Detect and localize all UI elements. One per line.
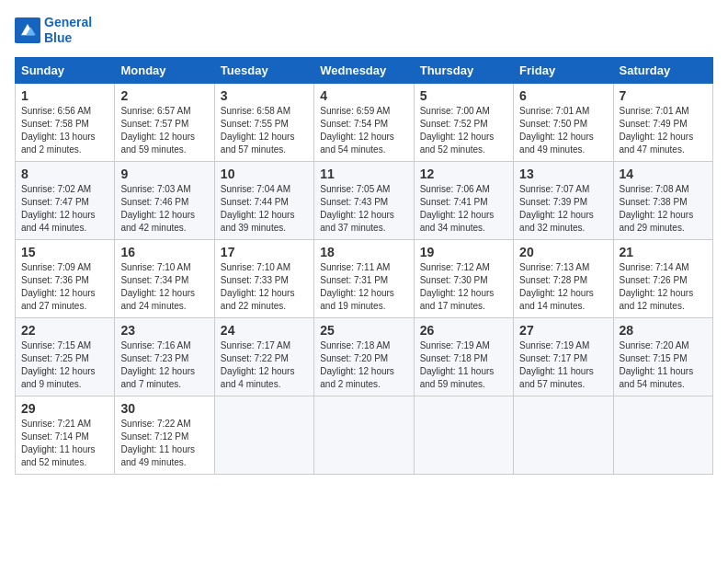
calendar-cell: 12 Sunrise: 7:06 AMSunset: 7:41 PMDaylig… [414,161,513,239]
day-info: Sunrise: 7:18 AMSunset: 7:20 PMDaylight:… [320,339,407,391]
calendar-cell: 13 Sunrise: 7:07 AMSunset: 7:39 PMDaylig… [514,161,613,239]
day-number: 22 [21,323,108,338]
calendar-cell: 1 Sunrise: 6:56 AMSunset: 7:58 PMDayligh… [16,83,115,161]
day-info: Sunrise: 7:12 AMSunset: 7:30 PMDaylight:… [420,261,507,313]
weekday-header: Monday [115,57,214,83]
day-number: 28 [620,323,707,338]
weekday-header: Thursday [414,57,513,83]
day-info: Sunrise: 6:57 AMSunset: 7:57 PMDaylight:… [120,105,208,156]
day-info: Sunrise: 7:22 AMSunset: 7:12 PMDaylight:… [120,418,208,469]
day-number: 29 [21,401,108,416]
day-info: Sunrise: 7:21 AMSunset: 7:14 PMDaylight:… [21,418,108,469]
day-info: Sunrise: 7:06 AMSunset: 7:41 PMDaylight:… [420,183,507,235]
day-info: Sunrise: 7:20 AMSunset: 7:15 PMDaylight:… [620,339,707,391]
day-number: 7 [620,88,707,103]
weekday-header: Saturday [613,57,712,83]
day-number: 14 [620,167,707,181]
day-info: Sunrise: 7:15 AMSunset: 7:25 PMDaylight:… [21,339,108,391]
logo-text: General Blue [44,15,92,46]
calendar-week-row: 1 Sunrise: 6:56 AMSunset: 7:58 PMDayligh… [16,83,713,161]
day-number: 24 [221,323,308,338]
day-info: Sunrise: 7:01 AMSunset: 7:50 PMDaylight:… [519,105,607,156]
day-info: Sunrise: 7:13 AMSunset: 7:28 PMDaylight:… [519,261,607,313]
calendar-cell: 23 Sunrise: 7:16 AMSunset: 7:23 PMDaylig… [115,317,214,396]
calendar-cell: 19 Sunrise: 7:12 AMSunset: 7:30 PMDaylig… [414,239,513,317]
calendar-cell: 16 Sunrise: 7:10 AMSunset: 7:34 PMDaylig… [115,239,214,317]
calendar-cell: 4 Sunrise: 6:59 AMSunset: 7:54 PMDayligh… [314,83,414,161]
day-info: Sunrise: 6:58 AMSunset: 7:55 PMDaylight:… [221,105,308,156]
calendar-table: SundayMondayTuesdayWednesdayThursdayFrid… [15,57,713,475]
logo: General Blue [15,15,92,46]
day-info: Sunrise: 7:03 AMSunset: 7:46 PMDaylight:… [120,183,208,235]
day-number: 13 [519,167,607,181]
day-info: Sunrise: 7:10 AMSunset: 7:33 PMDaylight:… [221,261,308,313]
calendar-cell: 15 Sunrise: 7:09 AMSunset: 7:36 PMDaylig… [16,239,115,317]
calendar-cell: 27 Sunrise: 7:19 AMSunset: 7:17 PMDaylig… [514,317,613,396]
day-number: 4 [320,88,407,103]
calendar-cell [613,396,712,474]
calendar-cell: 25 Sunrise: 7:18 AMSunset: 7:20 PMDaylig… [314,317,414,396]
calendar-cell: 28 Sunrise: 7:20 AMSunset: 7:15 PMDaylig… [613,317,712,396]
day-info: Sunrise: 7:09 AMSunset: 7:36 PMDaylight:… [21,261,108,313]
calendar-cell: 11 Sunrise: 7:05 AMSunset: 7:43 PMDaylig… [314,161,414,239]
calendar-week-row: 15 Sunrise: 7:09 AMSunset: 7:36 PMDaylig… [16,239,713,317]
day-info: Sunrise: 7:17 AMSunset: 7:22 PMDaylight:… [221,339,308,391]
day-info: Sunrise: 7:10 AMSunset: 7:34 PMDaylight:… [120,261,208,313]
calendar-cell: 30 Sunrise: 7:22 AMSunset: 7:12 PMDaylig… [115,396,214,474]
day-number: 6 [519,88,607,103]
day-number: 12 [420,167,507,181]
calendar-cell: 26 Sunrise: 7:19 AMSunset: 7:18 PMDaylig… [414,317,513,396]
day-number: 21 [620,245,707,259]
calendar-cell [414,396,513,474]
day-number: 1 [21,88,108,103]
day-info: Sunrise: 7:00 AMSunset: 7:52 PMDaylight:… [420,105,507,156]
day-number: 18 [320,245,407,259]
day-number: 16 [120,245,208,259]
day-number: 27 [519,323,607,338]
day-info: Sunrise: 7:02 AMSunset: 7:47 PMDaylight:… [21,183,108,235]
day-info: Sunrise: 7:11 AMSunset: 7:31 PMDaylight:… [320,261,407,313]
day-number: 17 [221,245,308,259]
calendar-cell: 21 Sunrise: 7:14 AMSunset: 7:26 PMDaylig… [613,239,712,317]
day-number: 23 [120,323,208,338]
day-number: 9 [120,167,208,181]
calendar-cell: 22 Sunrise: 7:15 AMSunset: 7:25 PMDaylig… [16,317,115,396]
calendar-cell: 20 Sunrise: 7:13 AMSunset: 7:28 PMDaylig… [514,239,613,317]
page-header: General Blue [15,15,713,46]
day-info: Sunrise: 7:16 AMSunset: 7:23 PMDaylight:… [120,339,208,391]
day-number: 25 [320,323,407,338]
calendar-week-row: 22 Sunrise: 7:15 AMSunset: 7:25 PMDaylig… [16,317,713,396]
day-number: 30 [120,401,208,416]
calendar-cell: 29 Sunrise: 7:21 AMSunset: 7:14 PMDaylig… [16,396,115,474]
calendar-cell: 14 Sunrise: 7:08 AMSunset: 7:38 PMDaylig… [613,161,712,239]
day-info: Sunrise: 7:07 AMSunset: 7:39 PMDaylight:… [519,183,607,235]
day-info: Sunrise: 7:08 AMSunset: 7:38 PMDaylight:… [620,183,707,235]
day-number: 19 [420,245,507,259]
logo-icon [15,17,40,43]
calendar-cell: 10 Sunrise: 7:04 AMSunset: 7:44 PMDaylig… [214,161,313,239]
day-info: Sunrise: 7:19 AMSunset: 7:17 PMDaylight:… [519,339,607,391]
day-info: Sunrise: 7:01 AMSunset: 7:49 PMDaylight:… [620,105,707,156]
day-number: 11 [320,167,407,181]
calendar-cell: 5 Sunrise: 7:00 AMSunset: 7:52 PMDayligh… [414,83,513,161]
calendar-cell: 6 Sunrise: 7:01 AMSunset: 7:50 PMDayligh… [514,83,613,161]
calendar-week-row: 29 Sunrise: 7:21 AMSunset: 7:14 PMDaylig… [16,396,713,474]
day-number: 26 [420,323,507,338]
day-number: 2 [120,88,208,103]
day-info: Sunrise: 6:59 AMSunset: 7:54 PMDaylight:… [320,105,407,156]
day-info: Sunrise: 7:19 AMSunset: 7:18 PMDaylight:… [420,339,507,391]
calendar-cell [314,396,414,474]
calendar-cell: 7 Sunrise: 7:01 AMSunset: 7:49 PMDayligh… [613,83,712,161]
calendar-cell: 2 Sunrise: 6:57 AMSunset: 7:57 PMDayligh… [115,83,214,161]
day-number: 20 [519,245,607,259]
calendar-cell [214,396,313,474]
day-number: 5 [420,88,507,103]
day-number: 15 [21,245,108,259]
weekday-header: Tuesday [214,57,313,83]
weekday-header: Wednesday [314,57,414,83]
day-info: Sunrise: 7:14 AMSunset: 7:26 PMDaylight:… [620,261,707,313]
weekday-header: Sunday [16,57,115,83]
calendar-cell: 8 Sunrise: 7:02 AMSunset: 7:47 PMDayligh… [16,161,115,239]
calendar-cell: 3 Sunrise: 6:58 AMSunset: 7:55 PMDayligh… [214,83,313,161]
calendar-cell [514,396,613,474]
